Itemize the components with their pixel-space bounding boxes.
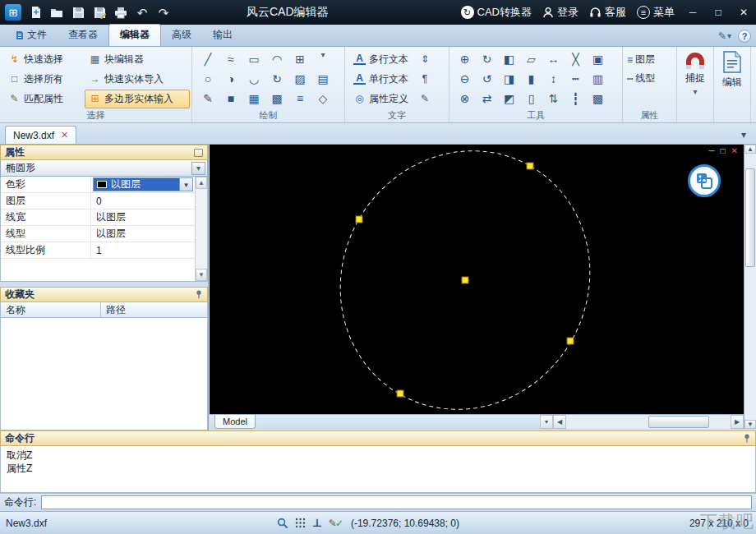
cad-converter-button[interactable]: ↻CAD转换器 xyxy=(461,5,532,20)
polygon-icon[interactable]: ◇ xyxy=(313,90,333,108)
login-button[interactable]: 登录 xyxy=(542,5,579,20)
sketch-icon[interactable]: ✎ xyxy=(198,90,218,108)
grip-handle[interactable] xyxy=(527,163,533,169)
grid-snap-icon[interactable] xyxy=(295,518,306,528)
pin-icon[interactable] xyxy=(195,290,203,299)
match-properties-button[interactable]: ✎匹配属性 xyxy=(4,90,82,108)
polygon-entity-input-button[interactable]: ⊞多边形实体输入 xyxy=(85,90,190,108)
vscroll-thumb[interactable] xyxy=(745,168,755,267)
undo-button[interactable]: ↶ xyxy=(135,5,150,20)
grid-icon[interactable]: ▦ xyxy=(244,90,264,108)
property-row-linetype-scale[interactable]: 线型比例 1 xyxy=(1,242,195,259)
layer-button[interactable]: ≡图层 xyxy=(627,53,673,67)
mirror-icon[interactable]: ◧ xyxy=(500,51,519,68)
grip-handle[interactable] xyxy=(356,216,362,223)
layout-chevron-button[interactable]: ▾ xyxy=(540,415,553,429)
panel-options-icon[interactable] xyxy=(194,149,203,157)
group-icon[interactable]: ▩ xyxy=(588,90,608,108)
revision-cloud-icon[interactable]: ↻ xyxy=(267,71,287,88)
vertical-scrollbar[interactable]: ▲ ▼ xyxy=(744,145,756,429)
snap-button[interactable]: 捕捉 ▾ xyxy=(677,47,714,122)
multiline-text-button[interactable]: A多行文本 xyxy=(349,49,413,69)
drawing-svg[interactable] xyxy=(210,145,744,414)
swap-icon[interactable]: ⇄ xyxy=(477,90,497,108)
delete-icon[interactable]: ╳ xyxy=(566,51,586,68)
entity-type-dropdown[interactable]: 椭圆形 ▾ xyxy=(0,160,208,177)
offset-icon[interactable]: ▱ xyxy=(522,51,542,68)
model-tab[interactable]: Model xyxy=(214,415,256,429)
donut-icon[interactable]: ◑ xyxy=(221,71,241,88)
grip-handle[interactable] xyxy=(567,338,574,344)
draft-check-icon[interactable]: ✎✓ xyxy=(329,518,343,529)
ortho-mode-icon[interactable]: ⊥ xyxy=(312,517,322,529)
property-row-layer[interactable]: 图层 0 xyxy=(1,193,195,209)
edit-button[interactable]: 编辑 xyxy=(714,47,751,122)
property-grid-scrollbar[interactable]: ▲ ▼ xyxy=(195,177,207,281)
grip-handle[interactable] xyxy=(397,390,403,397)
trim-icon[interactable]: ↕ xyxy=(544,71,564,88)
property-row-linetype[interactable]: 线型 以图层 xyxy=(1,226,195,242)
hscroll-track[interactable] xyxy=(566,415,731,429)
tab-viewer[interactable]: 查看器 xyxy=(58,25,108,46)
command-input[interactable] xyxy=(41,495,752,509)
subtract-icon[interactable]: ⊖ xyxy=(455,71,475,88)
measure-icon[interactable]: ⇅ xyxy=(544,90,564,108)
arc-bottom-icon[interactable]: ◡ xyxy=(244,71,264,88)
chamfer-icon[interactable]: ▯ xyxy=(522,90,542,108)
vscroll-track[interactable] xyxy=(744,154,756,420)
tab-output[interactable]: 输出 xyxy=(202,25,243,46)
zoom-icon[interactable] xyxy=(277,518,288,529)
hscroll-thumb[interactable] xyxy=(648,416,709,428)
undo-tool-icon[interactable]: ↺ xyxy=(477,71,497,88)
scroll-down-button[interactable]: ▼ xyxy=(196,269,207,281)
doc-restore-icon[interactable]: □ xyxy=(721,147,726,155)
tab-list-chevron-icon[interactable]: ▾ xyxy=(736,129,751,144)
copy-icon[interactable]: ◨ xyxy=(500,71,519,88)
favorites-path-column[interactable]: 路径 xyxy=(101,302,207,317)
scroll-down-button[interactable]: ▼ xyxy=(744,420,756,429)
save-as-button[interactable] xyxy=(92,5,107,20)
join-icon[interactable]: ▥ xyxy=(588,71,608,88)
doc-minimize-icon[interactable]: ─ xyxy=(708,147,714,155)
quick-entity-import-button[interactable]: →快速实体导入 xyxy=(85,70,190,89)
tab-advanced[interactable]: 高级 xyxy=(161,25,202,46)
doc-close-icon[interactable]: ✕ xyxy=(731,147,738,155)
circle-icon[interactable]: ○ xyxy=(198,71,218,88)
scale-icon[interactable]: ▮ xyxy=(522,71,542,88)
redo-button[interactable]: ↷ xyxy=(156,5,171,20)
select-all-button[interactable]: □选择所有 xyxy=(4,70,82,89)
attribute-define-button[interactable]: ◎属性定义 xyxy=(349,89,413,108)
tab-editor[interactable]: 编辑器 xyxy=(108,24,161,46)
table-icon[interactable]: ▤ xyxy=(313,71,333,88)
print-button[interactable] xyxy=(113,5,128,20)
divide-icon[interactable]: ┇ xyxy=(566,90,586,108)
menu-button[interactable]: ≡菜单 xyxy=(637,5,675,20)
scroll-up-button[interactable]: ▲ xyxy=(196,177,207,189)
region-icon[interactable]: ⊞ xyxy=(290,51,310,68)
pattern-icon[interactable]: ▩ xyxy=(267,90,287,108)
linetype-button[interactable]: ┅线型 xyxy=(627,71,673,85)
edit-text-icon[interactable]: ✎ xyxy=(415,90,435,107)
hatch-icon[interactable]: ▨ xyxy=(290,71,310,88)
quick-select-button[interactable]: ↯快速选择 xyxy=(4,50,82,69)
rotate-icon[interactable]: ↻ xyxy=(477,51,497,68)
explode-icon[interactable]: ⊗ xyxy=(455,90,475,108)
singleline-text-button[interactable]: A单行文本 xyxy=(349,69,413,89)
scroll-left-button[interactable]: ◀ xyxy=(553,415,566,429)
converter-float-button[interactable] xyxy=(688,164,721,197)
line-icon[interactable]: ╱ xyxy=(198,51,218,68)
point-more-icon[interactable]: ▾ xyxy=(313,51,333,68)
document-tab[interactable]: New3.dxf ✕ xyxy=(5,126,76,144)
fillet-icon[interactable]: ◩ xyxy=(500,90,519,108)
close-tab-icon[interactable]: ✕ xyxy=(61,130,68,140)
scroll-up-button[interactable]: ▲ xyxy=(744,145,756,154)
help-button[interactable]: ? xyxy=(738,30,751,43)
favorites-list[interactable] xyxy=(0,318,208,430)
pin-icon[interactable] xyxy=(743,434,751,443)
save-button[interactable] xyxy=(71,5,85,20)
minimize-button[interactable]: ─ xyxy=(685,7,700,18)
maximize-button[interactable]: □ xyxy=(711,7,726,18)
move-icon[interactable]: ⊕ xyxy=(455,51,475,68)
rectangle-icon[interactable]: ▭ xyxy=(244,51,264,68)
favorites-name-column[interactable]: 名称 xyxy=(1,302,101,317)
